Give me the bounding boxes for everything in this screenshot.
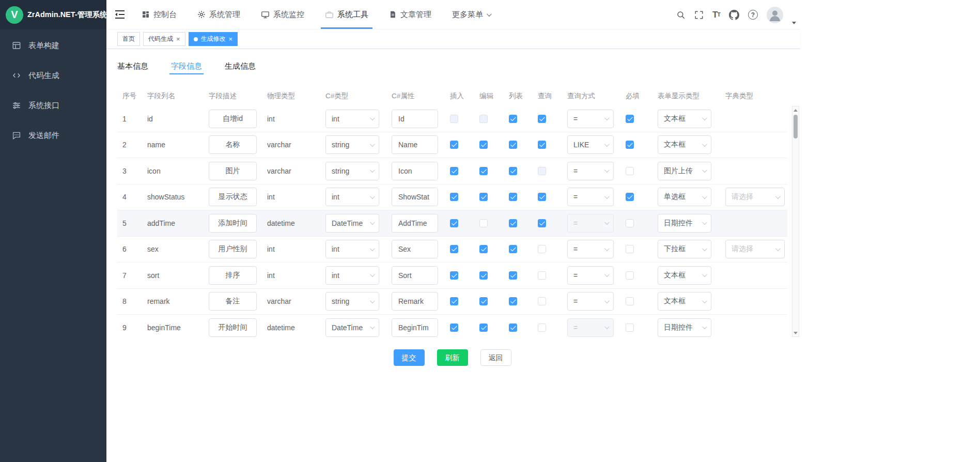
- table-scrollbar[interactable]: [792, 106, 799, 337]
- tab-basic-info[interactable]: 基本信息: [117, 58, 148, 74]
- display-type-select[interactable]: 日期控件: [658, 214, 711, 233]
- close-icon[interactable]: ×: [176, 36, 180, 42]
- insert-checkbox[interactable]: [450, 271, 458, 280]
- query-method-select[interactable]: LIKE: [567, 135, 614, 154]
- required-checkbox[interactable]: [626, 167, 634, 175]
- nav-item-dashboard[interactable]: 控制台: [137, 0, 181, 29]
- tag-gen-edit[interactable]: 生成修改 ×: [189, 32, 238, 46]
- back-button[interactable]: 返回: [480, 349, 511, 366]
- list-checkbox[interactable]: [509, 115, 517, 123]
- close-icon[interactable]: ×: [229, 36, 233, 42]
- field-desc-input[interactable]: [209, 318, 257, 337]
- field-desc-input[interactable]: [209, 214, 257, 233]
- display-type-select[interactable]: 文本框: [658, 135, 711, 154]
- font-size-icon[interactable]: TT: [712, 10, 720, 19]
- query-method-select[interactable]: =: [567, 110, 614, 128]
- query-checkbox[interactable]: [538, 219, 546, 227]
- query-method-select[interactable]: =: [567, 292, 614, 311]
- edit-checkbox[interactable]: [479, 271, 488, 280]
- required-checkbox[interactable]: [626, 324, 634, 332]
- csprop-input[interactable]: [392, 292, 438, 311]
- cstype-select[interactable]: string: [325, 135, 379, 154]
- tab-generate-info[interactable]: 生成信息: [225, 58, 256, 74]
- field-desc-input[interactable]: [209, 135, 257, 154]
- edit-checkbox[interactable]: [479, 141, 488, 149]
- display-type-select[interactable]: 文本框: [658, 110, 711, 128]
- query-checkbox[interactable]: [538, 193, 546, 201]
- query-checkbox[interactable]: [538, 141, 546, 149]
- scrollbar-thumb[interactable]: [794, 115, 798, 138]
- required-checkbox[interactable]: [626, 193, 634, 201]
- avatar-dropdown-icon[interactable]: [792, 22, 796, 24]
- query-checkbox[interactable]: [538, 245, 546, 253]
- submit-button[interactable]: 提交: [394, 349, 425, 366]
- field-desc-input[interactable]: [209, 110, 257, 128]
- fullscreen-icon[interactable]: [694, 10, 704, 20]
- cstype-select[interactable]: string: [325, 162, 379, 180]
- insert-checkbox[interactable]: [450, 193, 458, 201]
- insert-checkbox[interactable]: [450, 245, 458, 253]
- cstype-select[interactable]: string: [325, 292, 379, 311]
- required-checkbox[interactable]: [626, 245, 634, 253]
- nav-item-system-monitor[interactable]: 系统监控: [257, 0, 308, 29]
- field-desc-input[interactable]: [209, 188, 257, 206]
- display-type-select[interactable]: 单选框: [658, 188, 711, 206]
- search-icon[interactable]: [676, 10, 686, 20]
- tag-home[interactable]: 首页: [117, 32, 140, 46]
- display-type-select[interactable]: 日期控件: [658, 318, 711, 337]
- csprop-input[interactable]: [392, 318, 438, 337]
- edit-checkbox[interactable]: [479, 193, 488, 201]
- list-checkbox[interactable]: [509, 219, 517, 227]
- sidebar-item-send-mail[interactable]: 发送邮件: [0, 120, 106, 150]
- insert-checkbox[interactable]: [450, 141, 458, 149]
- insert-checkbox[interactable]: [450, 297, 458, 305]
- required-checkbox[interactable]: [626, 115, 634, 123]
- tab-field-info[interactable]: 字段信息: [171, 58, 202, 74]
- csprop-input[interactable]: [392, 240, 438, 258]
- nav-item-system-manage[interactable]: 系统管理: [193, 0, 244, 29]
- required-checkbox[interactable]: [626, 297, 634, 305]
- query-method-select[interactable]: =: [567, 266, 614, 285]
- field-desc-input[interactable]: [209, 162, 257, 180]
- query-method-select[interactable]: =: [567, 162, 614, 180]
- query-method-select[interactable]: =: [567, 188, 614, 206]
- sidebar-item-form-build[interactable]: 表单构建: [0, 30, 106, 60]
- csprop-input[interactable]: [392, 162, 438, 180]
- cstype-select[interactable]: int: [325, 110, 379, 128]
- required-checkbox[interactable]: [626, 141, 634, 149]
- query-checkbox[interactable]: [538, 271, 546, 280]
- help-icon[interactable]: ?: [748, 10, 758, 20]
- cstype-select[interactable]: DateTime: [325, 214, 379, 233]
- list-checkbox[interactable]: [509, 193, 517, 201]
- query-checkbox[interactable]: [538, 115, 546, 123]
- cstype-select[interactable]: int: [325, 266, 379, 285]
- csprop-input[interactable]: [392, 188, 438, 206]
- csprop-input[interactable]: [392, 135, 438, 154]
- avatar[interactable]: [767, 7, 783, 23]
- cstype-select[interactable]: DateTime: [325, 318, 379, 337]
- display-type-select[interactable]: 文本框: [658, 292, 711, 311]
- display-type-select[interactable]: 下拉框: [658, 240, 711, 258]
- scroll-down-icon[interactable]: [792, 329, 799, 336]
- refresh-button[interactable]: 刷新: [437, 349, 468, 366]
- required-checkbox[interactable]: [626, 271, 634, 280]
- list-checkbox[interactable]: [509, 271, 517, 280]
- collapse-sidebar-icon[interactable]: [106, 0, 131, 29]
- list-checkbox[interactable]: [509, 324, 517, 332]
- nav-item-article-manage[interactable]: 文章管理: [385, 0, 435, 29]
- cstype-select[interactable]: int: [325, 188, 379, 206]
- edit-checkbox[interactable]: [479, 219, 488, 227]
- github-icon[interactable]: [729, 10, 739, 20]
- display-type-select[interactable]: 图片上传: [658, 162, 711, 180]
- display-type-select[interactable]: 文本框: [658, 266, 711, 285]
- tag-code-gen[interactable]: 代码生成 ×: [143, 32, 185, 46]
- field-desc-input[interactable]: [209, 292, 257, 311]
- list-checkbox[interactable]: [509, 141, 517, 149]
- field-desc-input[interactable]: [209, 266, 257, 285]
- list-checkbox[interactable]: [509, 245, 517, 253]
- csprop-input[interactable]: [392, 266, 438, 285]
- query-checkbox[interactable]: [538, 324, 546, 332]
- dict-type-select[interactable]: 请选择: [725, 240, 785, 258]
- edit-checkbox[interactable]: [479, 297, 488, 305]
- edit-checkbox[interactable]: [479, 245, 488, 253]
